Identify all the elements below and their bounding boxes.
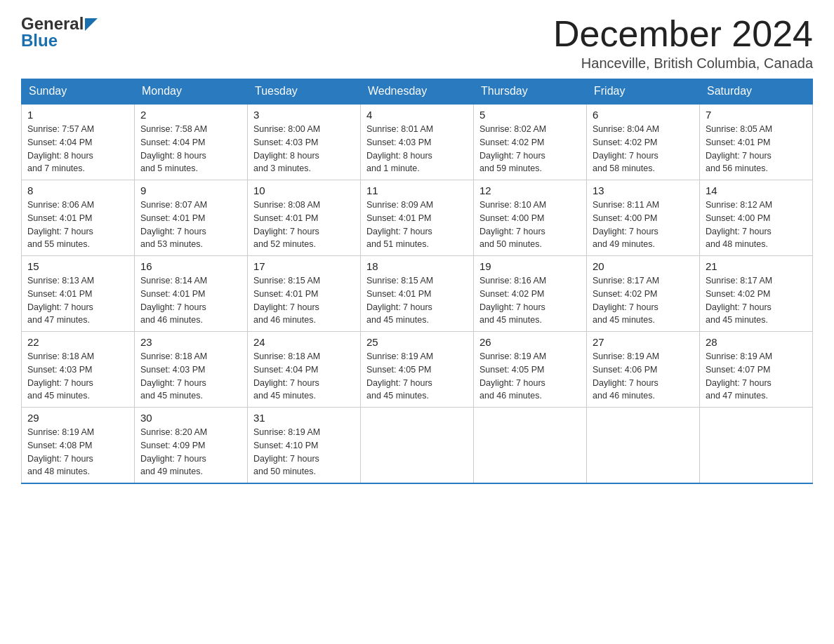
day-number: 23 <box>140 336 241 348</box>
day-number: 2 <box>140 109 241 121</box>
day-info: Sunrise: 8:07 AMSunset: 4:01 PMDaylight:… <box>140 199 241 251</box>
calendar-cell: 8Sunrise: 8:06 AMSunset: 4:01 PMDaylight… <box>22 180 135 256</box>
calendar-cell: 15Sunrise: 8:13 AMSunset: 4:01 PMDayligh… <box>22 256 135 332</box>
day-number: 9 <box>140 185 241 196</box>
calendar-cell: 16Sunrise: 8:14 AMSunset: 4:01 PMDayligh… <box>135 256 248 332</box>
calendar-cell: 22Sunrise: 8:18 AMSunset: 4:03 PMDayligh… <box>22 332 135 408</box>
day-info: Sunrise: 8:11 AMSunset: 4:00 PMDaylight:… <box>593 199 694 251</box>
weekday-header-monday: Monday <box>135 79 248 105</box>
day-number: 30 <box>140 412 241 424</box>
weekday-header-wednesday: Wednesday <box>361 79 474 105</box>
calendar-cell: 18Sunrise: 8:15 AMSunset: 4:01 PMDayligh… <box>361 256 474 332</box>
location: Hanceville, British Columbia, Canada <box>553 55 813 72</box>
day-number: 29 <box>27 412 128 424</box>
calendar-cell: 20Sunrise: 8:17 AMSunset: 4:02 PMDayligh… <box>587 256 700 332</box>
calendar-week-2: 8Sunrise: 8:06 AMSunset: 4:01 PMDaylight… <box>22 180 813 256</box>
day-info: Sunrise: 8:00 AMSunset: 4:03 PMDaylight:… <box>253 123 355 175</box>
calendar-cell: 7Sunrise: 8:05 AMSunset: 4:01 PMDaylight… <box>700 104 813 180</box>
day-number: 20 <box>593 260 694 272</box>
calendar-cell: 10Sunrise: 8:08 AMSunset: 4:01 PMDayligh… <box>248 180 361 256</box>
day-number: 12 <box>479 185 581 196</box>
calendar-cell: 19Sunrise: 8:16 AMSunset: 4:02 PMDayligh… <box>474 256 587 332</box>
calendar-cell: 14Sunrise: 8:12 AMSunset: 4:00 PMDayligh… <box>700 180 813 256</box>
calendar-cell: 21Sunrise: 8:17 AMSunset: 4:02 PMDayligh… <box>700 256 813 332</box>
day-info: Sunrise: 8:06 AMSunset: 4:01 PMDaylight:… <box>27 199 128 251</box>
calendar-cell: 2Sunrise: 7:58 AMSunset: 4:04 PMDaylight… <box>135 104 248 180</box>
weekday-header-row: SundayMondayTuesdayWednesdayThursdayFrid… <box>22 79 813 105</box>
day-info: Sunrise: 8:12 AMSunset: 4:00 PMDaylight:… <box>706 199 807 251</box>
day-number: 11 <box>366 185 468 196</box>
day-info: Sunrise: 8:08 AMSunset: 4:01 PMDaylight:… <box>253 199 355 251</box>
day-number: 27 <box>593 336 694 348</box>
day-info: Sunrise: 8:13 AMSunset: 4:01 PMDaylight:… <box>27 274 128 327</box>
svg-marker-0 <box>85 18 98 31</box>
day-info: Sunrise: 8:20 AMSunset: 4:09 PMDaylight:… <box>140 426 241 478</box>
day-number: 13 <box>593 185 694 196</box>
page-header: General Blue December 2024 Hanceville, B… <box>21 14 813 72</box>
calendar-cell: 30Sunrise: 8:20 AMSunset: 4:09 PMDayligh… <box>135 408 248 484</box>
calendar-cell: 6Sunrise: 8:04 AMSunset: 4:02 PMDaylight… <box>587 104 700 180</box>
weekday-header-friday: Friday <box>587 79 700 105</box>
day-number: 17 <box>253 260 355 272</box>
calendar-cell: 28Sunrise: 8:19 AMSunset: 4:07 PMDayligh… <box>700 332 813 408</box>
day-info: Sunrise: 8:16 AMSunset: 4:02 PMDaylight:… <box>479 274 581 327</box>
calendar-cell: 17Sunrise: 8:15 AMSunset: 4:01 PMDayligh… <box>248 256 361 332</box>
day-number: 4 <box>366 109 468 121</box>
day-info: Sunrise: 8:14 AMSunset: 4:01 PMDaylight:… <box>140 274 241 327</box>
day-info: Sunrise: 8:18 AMSunset: 4:04 PMDaylight:… <box>253 350 355 403</box>
calendar-cell: 13Sunrise: 8:11 AMSunset: 4:00 PMDayligh… <box>587 180 700 256</box>
weekday-header-tuesday: Tuesday <box>248 79 361 105</box>
title-section: December 2024 Hanceville, British Columb… <box>553 14 813 72</box>
day-number: 10 <box>253 185 355 196</box>
day-info: Sunrise: 8:19 AMSunset: 4:06 PMDaylight:… <box>593 350 694 403</box>
day-info: Sunrise: 8:18 AMSunset: 4:03 PMDaylight:… <box>27 350 128 403</box>
logo-blue: Blue <box>21 31 58 51</box>
day-info: Sunrise: 8:19 AMSunset: 4:07 PMDaylight:… <box>706 350 807 403</box>
calendar-cell <box>700 408 813 484</box>
day-number: 14 <box>706 185 807 196</box>
day-number: 28 <box>706 336 807 348</box>
calendar-cell: 11Sunrise: 8:09 AMSunset: 4:01 PMDayligh… <box>361 180 474 256</box>
day-number: 21 <box>706 260 807 272</box>
calendar-cell: 9Sunrise: 8:07 AMSunset: 4:01 PMDaylight… <box>135 180 248 256</box>
day-info: Sunrise: 8:02 AMSunset: 4:02 PMDaylight:… <box>479 123 581 175</box>
month-title: December 2024 <box>553 14 813 54</box>
calendar-week-1: 1Sunrise: 7:57 AMSunset: 4:04 PMDaylight… <box>22 104 813 180</box>
weekday-header-saturday: Saturday <box>700 79 813 105</box>
day-number: 5 <box>479 109 581 121</box>
calendar-cell: 4Sunrise: 8:01 AMSunset: 4:03 PMDaylight… <box>361 104 474 180</box>
calendar-cell <box>587 408 700 484</box>
calendar-cell <box>474 408 587 484</box>
day-info: Sunrise: 8:15 AMSunset: 4:01 PMDaylight:… <box>366 274 468 327</box>
day-number: 24 <box>253 336 355 348</box>
weekday-header-thursday: Thursday <box>474 79 587 105</box>
calendar-cell: 5Sunrise: 8:02 AMSunset: 4:02 PMDaylight… <box>474 104 587 180</box>
day-info: Sunrise: 8:17 AMSunset: 4:02 PMDaylight:… <box>593 274 694 327</box>
calendar-cell: 23Sunrise: 8:18 AMSunset: 4:03 PMDayligh… <box>135 332 248 408</box>
day-info: Sunrise: 7:58 AMSunset: 4:04 PMDaylight:… <box>140 123 241 175</box>
day-info: Sunrise: 8:19 AMSunset: 4:10 PMDaylight:… <box>253 426 355 478</box>
day-number: 15 <box>27 260 128 272</box>
weekday-header-sunday: Sunday <box>22 79 135 105</box>
day-info: Sunrise: 7:57 AMSunset: 4:04 PMDaylight:… <box>27 123 128 175</box>
day-info: Sunrise: 8:19 AMSunset: 4:05 PMDaylight:… <box>479 350 581 403</box>
calendar-week-5: 29Sunrise: 8:19 AMSunset: 4:08 PMDayligh… <box>22 408 813 484</box>
calendar-cell <box>361 408 474 484</box>
day-number: 16 <box>140 260 241 272</box>
calendar-cell: 29Sunrise: 8:19 AMSunset: 4:08 PMDayligh… <box>22 408 135 484</box>
calendar-cell: 26Sunrise: 8:19 AMSunset: 4:05 PMDayligh… <box>474 332 587 408</box>
calendar-cell: 27Sunrise: 8:19 AMSunset: 4:06 PMDayligh… <box>587 332 700 408</box>
day-info: Sunrise: 8:04 AMSunset: 4:02 PMDaylight:… <box>593 123 694 175</box>
day-info: Sunrise: 8:15 AMSunset: 4:01 PMDaylight:… <box>253 274 355 327</box>
logo: General Blue <box>21 14 98 51</box>
logo-arrow-icon <box>85 18 98 31</box>
calendar-cell: 3Sunrise: 8:00 AMSunset: 4:03 PMDaylight… <box>248 104 361 180</box>
calendar-cell: 1Sunrise: 7:57 AMSunset: 4:04 PMDaylight… <box>22 104 135 180</box>
day-info: Sunrise: 8:09 AMSunset: 4:01 PMDaylight:… <box>366 199 468 251</box>
day-number: 22 <box>27 336 128 348</box>
day-number: 19 <box>479 260 581 272</box>
calendar-table: SundayMondayTuesdayWednesdayThursdayFrid… <box>21 79 813 484</box>
day-number: 7 <box>706 109 807 121</box>
day-info: Sunrise: 8:17 AMSunset: 4:02 PMDaylight:… <box>706 274 807 327</box>
calendar-cell: 31Sunrise: 8:19 AMSunset: 4:10 PMDayligh… <box>248 408 361 484</box>
